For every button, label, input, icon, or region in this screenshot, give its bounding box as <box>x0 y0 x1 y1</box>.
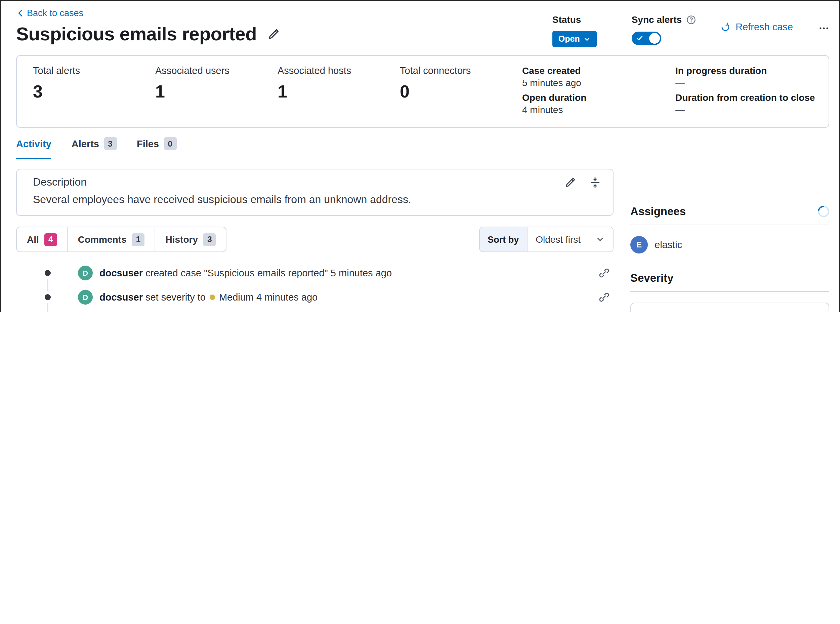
title-row: Suspicious emails reported <box>16 23 279 45</box>
refresh-case-button[interactable]: Refresh case <box>720 22 793 32</box>
username: docsuser <box>99 292 143 303</box>
chevron-left-icon <box>16 9 25 17</box>
check-icon <box>637 35 643 42</box>
history-count-badge: 3 <box>203 233 216 246</box>
copy-link-button[interactable] <box>599 292 609 303</box>
edit-description-button[interactable] <box>564 176 576 188</box>
event-text: set severity to <box>145 292 206 303</box>
sync-alerts-block: Sync alerts <box>632 14 696 45</box>
help-icon[interactable] <box>686 14 696 25</box>
case-summary-panel: Total alerts 3 Associated users 1 Associ… <box>16 55 829 128</box>
edit-title-button[interactable] <box>267 28 279 40</box>
metric-associated-users: Associated users 1 <box>155 65 277 118</box>
page-title: Suspicious emails reported <box>16 23 257 45</box>
pencil-icon <box>564 176 576 188</box>
refresh-icon <box>720 22 730 32</box>
sort-by-label: Sort by <box>479 227 527 252</box>
case-duration-column: In progress duration — Duration from cre… <box>675 65 815 118</box>
severity-title: Severity <box>630 272 674 284</box>
status-value: Open <box>558 34 580 44</box>
metric-total-alerts: Total alerts 3 <box>33 65 155 118</box>
assignees-title: Assignees <box>630 205 686 218</box>
severity-dot-icon <box>210 295 215 300</box>
metric-associated-hosts: Associated hosts 1 <box>277 65 400 118</box>
copy-link-button[interactable] <box>599 268 609 278</box>
tab-files[interactable]: Files 0 <box>137 137 176 159</box>
comments-count-badge: 1 <box>132 233 145 246</box>
description-panel: Description Several employees have recei… <box>16 169 613 216</box>
tab-alerts[interactable]: Alerts 3 <box>72 137 117 159</box>
avatar: D <box>78 266 93 280</box>
filter-comments-button[interactable]: Comments 1 <box>67 227 155 252</box>
ellipsis-icon <box>818 23 829 34</box>
files-count-badge: 0 <box>163 137 176 150</box>
severity-value: Medium <box>219 292 254 303</box>
activity-timeline: D docsuser created case "Suspicious emai… <box>16 261 613 312</box>
username: docsuser <box>99 268 143 278</box>
description-title: Description <box>33 176 87 188</box>
back-label: Back to cases <box>27 8 83 18</box>
refresh-label: Refresh case <box>735 22 793 32</box>
timeline-event-severity: D docsuser set severity to Medium 4 minu… <box>16 286 613 309</box>
filter-all-button[interactable]: All 4 <box>17 227 67 252</box>
link-icon <box>599 292 609 303</box>
avatar: E <box>630 236 648 253</box>
metric-total-connectors: Total connectors 0 <box>400 65 522 118</box>
event-text: created case "Suspicious emails reported… <box>145 268 328 278</box>
activity-filter-row: All 4 Comments 1 History 3 Sort by <box>16 227 613 252</box>
timeline-dot <box>45 294 51 300</box>
event-time: 5 minutes ago <box>331 268 392 278</box>
case-main-column: Activity Alerts 3 Files 0 Description <box>16 128 613 312</box>
toggle-knob <box>649 33 660 44</box>
assignee-name: elastic <box>655 239 682 250</box>
sort-order-select[interactable]: Oldest first <box>527 227 613 252</box>
link-icon <box>599 268 609 278</box>
case-header: Back to cases Suspicious emails reported… <box>0 0 840 47</box>
severity-section: Severity Medium <box>630 272 829 312</box>
collapse-icon <box>589 176 601 188</box>
severity-select[interactable]: Medium <box>630 303 829 312</box>
chevron-down-icon <box>595 235 605 244</box>
assignee-row: E elastic <box>630 236 829 253</box>
sort-control: Sort by Oldest first <box>479 227 613 252</box>
sync-alerts-toggle[interactable] <box>632 32 661 45</box>
header-controls: Status Open Sync alerts Refresh case <box>552 8 829 47</box>
collapse-description-button[interactable] <box>589 176 601 188</box>
case-sidebar: Assignees E elastic Severity <box>630 128 829 312</box>
pencil-icon <box>267 28 279 40</box>
case-timing-column: Case created 5 minutes ago Open duration… <box>522 65 675 118</box>
severity-value: Medium <box>653 310 688 312</box>
alerts-count-badge: 3 <box>104 137 117 150</box>
avatar: D <box>78 290 93 304</box>
chevron-down-icon <box>811 311 820 312</box>
case-actions-menu-button[interactable] <box>818 23 829 34</box>
assignees-section: Assignees E elastic <box>630 205 829 253</box>
status-label: Status <box>552 14 597 26</box>
status-block: Status Open <box>552 14 597 47</box>
filter-history-button[interactable]: History 3 <box>155 227 226 252</box>
status-dropdown-button[interactable]: Open <box>552 31 597 47</box>
description-text: Several employees have received suspicio… <box>17 188 613 215</box>
timeline-event-created: D docsuser created case "Suspicious emai… <box>16 261 613 284</box>
all-count-badge: 4 <box>44 233 57 246</box>
back-to-cases-link[interactable]: Back to cases <box>16 8 83 18</box>
tab-activity[interactable]: Activity <box>16 137 51 159</box>
loading-spinner <box>815 204 832 219</box>
case-tabs: Activity Alerts 3 Files 0 <box>16 137 613 159</box>
timeline-dot <box>45 270 51 276</box>
activity-filter-group: All 4 Comments 1 History 3 <box>16 227 227 252</box>
header-left: Back to cases Suspicious emails reported <box>16 8 279 47</box>
case-detail-page: Back to cases Suspicious emails reported… <box>0 0 840 312</box>
chevron-down-icon <box>583 35 591 43</box>
sync-alerts-label: Sync alerts <box>632 14 682 26</box>
event-time: 4 minutes ago <box>256 292 318 303</box>
